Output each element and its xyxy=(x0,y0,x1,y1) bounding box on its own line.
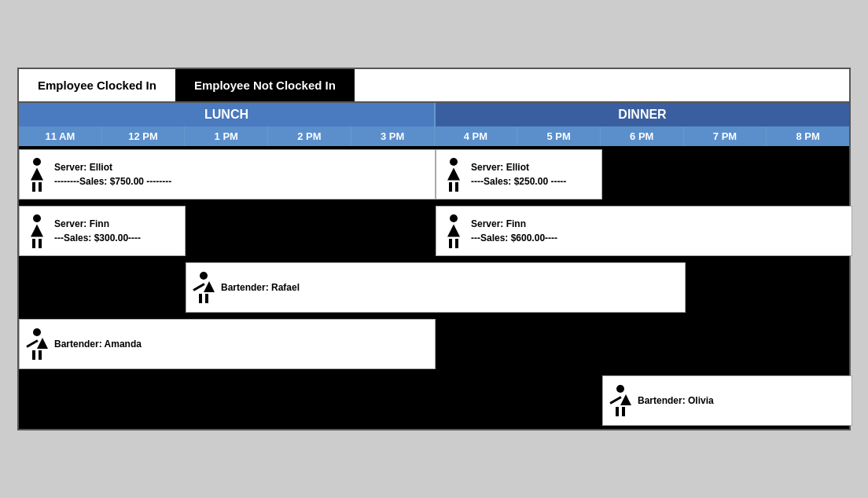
time-5pm: 5 PM xyxy=(517,126,601,146)
time-8pm: 8 PM xyxy=(767,126,849,146)
time-2pm: 2 PM xyxy=(268,126,351,146)
row-rafael: Bartender: Rafael xyxy=(19,259,849,316)
block-elliot-dinner: Server: Elliot ----Sales: $250.00 ----- xyxy=(436,149,602,200)
person-icon-finn-dinner xyxy=(443,214,465,248)
period-dinner: DINNER xyxy=(436,103,849,126)
time-6pm: 6 PM xyxy=(601,126,684,146)
block-rafael: Bartender: Rafael xyxy=(186,262,686,313)
person-icon-finn-lunch xyxy=(26,214,48,248)
person-icon-elliot-dinner xyxy=(443,158,465,192)
time-headers: 11 AM 12 PM 1 PM 2 PM 3 PM 4 PM 5 PM 6 P… xyxy=(19,126,849,146)
period-headers: LUNCH DINNER xyxy=(19,103,849,126)
info-olivia: Bartender: Olivia xyxy=(638,394,714,408)
row-finn: Server: Finn ---Sales: $300.00---- Serve… xyxy=(19,203,849,259)
block-elliot-lunch: Server: Elliot --------Sales: $750.00 --… xyxy=(19,149,436,200)
time-7pm: 7 PM xyxy=(684,126,767,146)
info-finn-dinner: Server: Finn ---Sales: $600.00---- xyxy=(471,217,557,245)
schedule-grid: Server: Elliot --------Sales: $750.00 --… xyxy=(19,146,849,429)
info-elliot-lunch: Server: Elliot --------Sales: $750.00 --… xyxy=(54,160,171,189)
info-rafael: Bartender: Rafael xyxy=(221,280,300,295)
time-4pm: 4 PM xyxy=(435,126,518,146)
row-amanda: Bartender: Amanda xyxy=(19,316,849,372)
period-lunch: LUNCH xyxy=(19,103,436,126)
block-amanda: Bartender: Amanda xyxy=(19,319,436,369)
time-3pm: 3 PM xyxy=(351,126,435,146)
block-finn-dinner: Server: Finn ---Sales: $600.00---- xyxy=(436,206,852,256)
row-olivia: Bartender: Olivia xyxy=(19,372,849,429)
info-amanda: Bartender: Amanda xyxy=(54,337,142,351)
person-icon-amanda xyxy=(26,328,48,360)
block-olivia: Bartender: Olivia xyxy=(602,375,852,426)
time-1pm: 1 PM xyxy=(185,126,268,146)
row-elliot: Server: Elliot --------Sales: $750.00 --… xyxy=(19,146,849,203)
time-12pm: 12 PM xyxy=(102,126,186,146)
person-icon-elliot-lunch xyxy=(26,158,48,192)
legend-not-clocked-in: Employee Not Clocked In xyxy=(175,69,355,101)
person-icon-rafael xyxy=(193,272,215,303)
block-finn-lunch: Server: Finn ---Sales: $300.00---- xyxy=(19,206,186,256)
info-finn-lunch: Server: Finn ---Sales: $300.00---- xyxy=(54,217,141,245)
time-11am: 11 AM xyxy=(19,126,102,146)
info-elliot-dinner: Server: Elliot ----Sales: $250.00 ----- xyxy=(471,160,566,189)
person-icon-olivia xyxy=(609,385,631,416)
legend: Employee Clocked In Employee Not Clocked… xyxy=(19,69,849,103)
schedule-container: Employee Clocked In Employee Not Clocked… xyxy=(17,68,851,430)
legend-clocked-in: Employee Clocked In xyxy=(19,69,175,101)
